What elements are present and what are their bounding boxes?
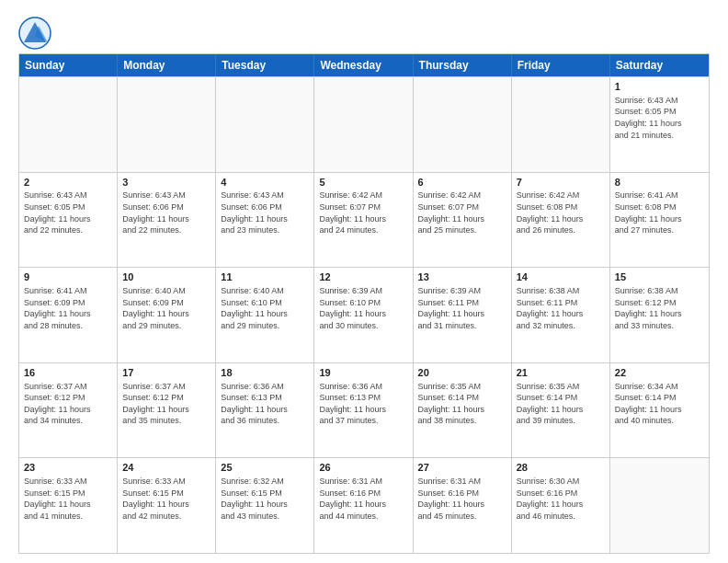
calendar-day-5: 5Sunrise: 6:42 AM Sunset: 6:07 PM Daylig… — [314, 173, 413, 268]
day-number: 3 — [122, 176, 210, 190]
calendar-day-28: 28Sunrise: 6:30 AM Sunset: 6:16 PM Dayli… — [512, 458, 610, 553]
day-info: Sunrise: 6:36 AM Sunset: 6:13 PM Dayligh… — [221, 381, 309, 427]
calendar-day-13: 13Sunrise: 6:39 AM Sunset: 6:11 PM Dayli… — [414, 268, 512, 362]
day-info: Sunrise: 6:31 AM Sunset: 6:16 PM Dayligh… — [319, 476, 407, 522]
day-number: 10 — [122, 270, 210, 284]
day-info: Sunrise: 6:39 AM Sunset: 6:10 PM Dayligh… — [319, 285, 407, 331]
calendar-page: SundayMondayTuesdayWednesdayThursdayFrid… — [0, 0, 728, 563]
day-info: Sunrise: 6:42 AM Sunset: 6:07 PM Dayligh… — [418, 190, 506, 236]
calendar-body: 1Sunrise: 6:43 AM Sunset: 6:05 PM Daylig… — [19, 76, 709, 553]
day-info: Sunrise: 6:31 AM Sunset: 6:16 PM Dayligh… — [418, 476, 506, 522]
day-number: 13 — [418, 270, 506, 284]
day-info: Sunrise: 6:33 AM Sunset: 6:15 PM Dayligh… — [24, 476, 112, 522]
day-number: 26 — [319, 461, 407, 475]
day-number: 5 — [319, 176, 407, 190]
day-info: Sunrise: 6:37 AM Sunset: 6:12 PM Dayligh… — [24, 381, 112, 427]
day-number: 27 — [418, 461, 506, 475]
day-number: 14 — [517, 270, 605, 284]
calendar-day-10: 10Sunrise: 6:40 AM Sunset: 6:09 PM Dayli… — [118, 268, 216, 362]
day-number: 23 — [24, 461, 112, 475]
day-info: Sunrise: 6:43 AM Sunset: 6:06 PM Dayligh… — [122, 190, 210, 236]
day-info: Sunrise: 6:41 AM Sunset: 6:09 PM Dayligh… — [24, 285, 112, 331]
day-info: Sunrise: 6:33 AM Sunset: 6:15 PM Dayligh… — [122, 476, 210, 522]
day-info: Sunrise: 6:43 AM Sunset: 6:05 PM Dayligh… — [24, 190, 112, 236]
day-number: 15 — [615, 270, 704, 284]
day-info: Sunrise: 6:40 AM Sunset: 6:09 PM Dayligh… — [122, 285, 210, 331]
day-number: 1 — [615, 80, 704, 94]
day-number: 21 — [517, 366, 605, 380]
header-day-sunday: Sunday — [19, 54, 118, 76]
calendar-empty-cell — [19, 77, 118, 172]
calendar-week-5: 23Sunrise: 6:33 AM Sunset: 6:15 PM Dayli… — [19, 457, 709, 553]
day-info: Sunrise: 6:42 AM Sunset: 6:07 PM Dayligh… — [319, 190, 407, 236]
day-number: 8 — [615, 176, 704, 190]
header-day-monday: Monday — [118, 54, 216, 76]
day-number: 6 — [418, 176, 506, 190]
day-info: Sunrise: 6:35 AM Sunset: 6:14 PM Dayligh… — [418, 381, 506, 427]
day-number: 19 — [319, 366, 407, 380]
day-number: 4 — [221, 176, 309, 190]
day-info: Sunrise: 6:41 AM Sunset: 6:08 PM Dayligh… — [615, 190, 704, 236]
calendar-day-21: 21Sunrise: 6:35 AM Sunset: 6:14 PM Dayli… — [512, 363, 610, 458]
calendar-week-2: 2Sunrise: 6:43 AM Sunset: 6:05 PM Daylig… — [19, 172, 709, 268]
header-day-thursday: Thursday — [414, 54, 512, 76]
calendar-empty-cell — [314, 77, 413, 172]
day-number: 2 — [24, 176, 112, 190]
calendar-empty-cell — [610, 458, 709, 553]
calendar-week-4: 16Sunrise: 6:37 AM Sunset: 6:12 PM Dayli… — [19, 362, 709, 458]
day-number: 7 — [517, 176, 605, 190]
calendar-day-18: 18Sunrise: 6:36 AM Sunset: 6:13 PM Dayli… — [216, 363, 314, 458]
calendar-day-17: 17Sunrise: 6:37 AM Sunset: 6:12 PM Dayli… — [118, 363, 216, 458]
day-number: 28 — [517, 461, 605, 475]
calendar-day-20: 20Sunrise: 6:35 AM Sunset: 6:14 PM Dayli… — [414, 363, 512, 458]
day-number: 25 — [221, 461, 309, 475]
calendar-day-22: 22Sunrise: 6:34 AM Sunset: 6:14 PM Dayli… — [610, 363, 709, 458]
header-day-saturday: Saturday — [610, 54, 709, 76]
calendar-day-4: 4Sunrise: 6:43 AM Sunset: 6:06 PM Daylig… — [216, 173, 314, 268]
header-day-friday: Friday — [512, 54, 610, 76]
calendar-day-16: 16Sunrise: 6:37 AM Sunset: 6:12 PM Dayli… — [19, 363, 118, 458]
calendar-empty-cell — [414, 77, 512, 172]
logo-icon — [18, 17, 51, 50]
calendar-day-14: 14Sunrise: 6:38 AM Sunset: 6:11 PM Dayli… — [512, 268, 610, 362]
calendar-day-9: 9Sunrise: 6:41 AM Sunset: 6:09 PM Daylig… — [19, 268, 118, 362]
day-info: Sunrise: 6:35 AM Sunset: 6:14 PM Dayligh… — [517, 381, 605, 427]
calendar-day-19: 19Sunrise: 6:36 AM Sunset: 6:13 PM Dayli… — [314, 363, 413, 458]
day-info: Sunrise: 6:43 AM Sunset: 6:06 PM Dayligh… — [221, 190, 309, 236]
calendar-day-3: 3Sunrise: 6:43 AM Sunset: 6:06 PM Daylig… — [118, 173, 216, 268]
calendar-week-3: 9Sunrise: 6:41 AM Sunset: 6:09 PM Daylig… — [19, 267, 709, 362]
day-info: Sunrise: 6:38 AM Sunset: 6:11 PM Dayligh… — [517, 285, 605, 331]
day-number: 17 — [122, 366, 210, 380]
calendar-day-11: 11Sunrise: 6:40 AM Sunset: 6:10 PM Dayli… — [216, 268, 314, 362]
day-number: 9 — [24, 270, 112, 284]
day-number: 22 — [615, 366, 704, 380]
logo — [18, 17, 55, 50]
header-day-tuesday: Tuesday — [216, 54, 314, 76]
day-info: Sunrise: 6:37 AM Sunset: 6:12 PM Dayligh… — [122, 381, 210, 427]
calendar-day-15: 15Sunrise: 6:38 AM Sunset: 6:12 PM Dayli… — [610, 268, 709, 362]
calendar-day-23: 23Sunrise: 6:33 AM Sunset: 6:15 PM Dayli… — [19, 458, 118, 553]
day-info: Sunrise: 6:36 AM Sunset: 6:13 PM Dayligh… — [319, 381, 407, 427]
day-info: Sunrise: 6:39 AM Sunset: 6:11 PM Dayligh… — [418, 285, 506, 331]
day-number: 24 — [122, 461, 210, 475]
day-number: 12 — [319, 270, 407, 284]
day-info: Sunrise: 6:43 AM Sunset: 6:05 PM Dayligh… — [615, 95, 704, 141]
calendar-day-24: 24Sunrise: 6:33 AM Sunset: 6:15 PM Dayli… — [118, 458, 216, 553]
header-day-wednesday: Wednesday — [314, 54, 413, 76]
day-number: 16 — [24, 366, 112, 380]
day-info: Sunrise: 6:34 AM Sunset: 6:14 PM Dayligh… — [615, 381, 704, 427]
calendar-day-12: 12Sunrise: 6:39 AM Sunset: 6:10 PM Dayli… — [314, 268, 413, 362]
day-number: 20 — [418, 366, 506, 380]
calendar-week-1: 1Sunrise: 6:43 AM Sunset: 6:05 PM Daylig… — [19, 76, 709, 172]
day-info: Sunrise: 6:40 AM Sunset: 6:10 PM Dayligh… — [221, 285, 309, 331]
calendar-empty-cell — [512, 77, 610, 172]
calendar: SundayMondayTuesdayWednesdayThursdayFrid… — [18, 53, 710, 554]
page-header — [18, 17, 710, 50]
day-info: Sunrise: 6:38 AM Sunset: 6:12 PM Dayligh… — [615, 285, 704, 331]
calendar-day-1: 1Sunrise: 6:43 AM Sunset: 6:05 PM Daylig… — [610, 77, 709, 172]
calendar-header: SundayMondayTuesdayWednesdayThursdayFrid… — [19, 54, 709, 76]
calendar-day-7: 7Sunrise: 6:42 AM Sunset: 6:08 PM Daylig… — [512, 173, 610, 268]
day-number: 11 — [221, 270, 309, 284]
calendar-day-26: 26Sunrise: 6:31 AM Sunset: 6:16 PM Dayli… — [314, 458, 413, 553]
calendar-empty-cell — [118, 77, 216, 172]
